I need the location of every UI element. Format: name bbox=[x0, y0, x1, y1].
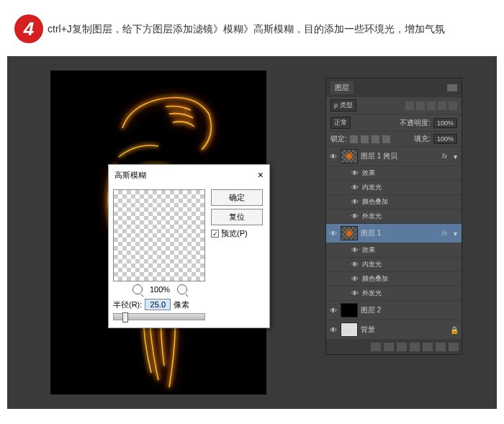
effect-row[interactable]: 👁外发光 bbox=[326, 209, 462, 224]
gaussian-blur-dialog: 高斯模糊 × 100% 半径(R): 像素 bbox=[108, 164, 270, 328]
chevron-down-icon[interactable]: ▾ bbox=[451, 230, 459, 238]
opacity-value[interactable]: 100% bbox=[433, 118, 457, 128]
visibility-icon[interactable]: 👁 bbox=[329, 307, 338, 315]
filter-adjust-icon[interactable] bbox=[416, 102, 425, 110]
effect-row[interactable]: 👁内发光 bbox=[326, 258, 462, 272]
layer-row[interactable]: 👁 背景 🔒 bbox=[326, 320, 462, 340]
lock-label: 锁定: bbox=[330, 134, 347, 144]
visibility-icon[interactable]: 👁 bbox=[329, 230, 338, 238]
layer-thumbnail[interactable] bbox=[341, 226, 358, 240]
filter-icons bbox=[405, 102, 457, 110]
panel-menu-icon[interactable] bbox=[447, 84, 457, 91]
layer-thumbnail[interactable] bbox=[341, 149, 358, 163]
preview-checkbox-label: 预览(P) bbox=[221, 228, 248, 239]
filter-smart-icon[interactable] bbox=[449, 102, 457, 110]
lock-pos-icon[interactable] bbox=[372, 135, 379, 143]
panel-tabs: 图层 bbox=[326, 78, 462, 97]
layer-name[interactable]: 背景 bbox=[361, 325, 447, 335]
blend-mode-select[interactable]: 正常 bbox=[330, 117, 351, 129]
radius-input[interactable] bbox=[145, 299, 171, 310]
effect-row[interactable]: 👁效果 bbox=[326, 166, 462, 181]
layer-row[interactable]: 👁 图层 2 bbox=[326, 301, 462, 320]
dialog-titlebar[interactable]: 高斯模糊 × bbox=[109, 165, 269, 185]
effect-row[interactable]: 👁内发光 bbox=[326, 181, 462, 195]
effect-row[interactable]: 👁效果 bbox=[326, 243, 462, 258]
preview-checkbox[interactable]: ✓ bbox=[211, 230, 219, 238]
fill-label: 填充: bbox=[414, 134, 431, 144]
filter-pixel-icon[interactable] bbox=[405, 102, 414, 110]
adjustment-icon[interactable] bbox=[410, 343, 420, 351]
zoom-level: 100% bbox=[150, 285, 170, 294]
tab-layers[interactable]: 图层 bbox=[330, 81, 354, 94]
link-icon[interactable] bbox=[371, 343, 381, 351]
radius-slider[interactable] bbox=[113, 313, 205, 320]
zoom-in-icon[interactable] bbox=[177, 284, 187, 294]
dialog-title-text: 高斯模糊 bbox=[114, 170, 146, 181]
blur-preview[interactable] bbox=[113, 189, 205, 281]
fx-badge[interactable]: fx bbox=[442, 153, 449, 160]
layer-name[interactable]: 图层 1 拷贝 bbox=[361, 151, 439, 161]
opacity-label: 不透明度: bbox=[400, 118, 431, 128]
layer-thumbnail[interactable] bbox=[341, 322, 358, 337]
layer-thumbnail[interactable] bbox=[341, 303, 358, 317]
radius-label: 半径(R): bbox=[113, 299, 142, 310]
fx-icon[interactable] bbox=[384, 343, 394, 351]
trash-icon[interactable] bbox=[449, 343, 459, 351]
ok-button[interactable]: 确定 bbox=[211, 189, 263, 206]
filter-shape-icon[interactable] bbox=[438, 102, 446, 110]
photoshop-workspace: 高斯模糊 × 100% 半径(R): 像素 bbox=[7, 56, 497, 409]
reset-button[interactable]: 复位 bbox=[211, 209, 263, 225]
radius-unit: 像素 bbox=[174, 299, 189, 310]
effect-row[interactable]: 👁外发光 bbox=[326, 287, 462, 301]
visibility-icon[interactable]: 👁 bbox=[329, 153, 338, 161]
layer-list: 👁 图层 1 拷贝 fx ▾ 👁效果 👁内发光 👁颜色叠加 👁外发光 👁 图层 … bbox=[326, 147, 462, 340]
close-icon[interactable]: × bbox=[258, 169, 264, 181]
layer-name[interactable]: 图层 1 bbox=[361, 228, 439, 238]
lock-all-icon[interactable] bbox=[382, 135, 390, 143]
mask-icon[interactable] bbox=[397, 343, 407, 351]
new-layer-icon[interactable] bbox=[436, 343, 446, 351]
chevron-down-icon[interactable]: ▾ bbox=[451, 153, 459, 161]
panel-footer bbox=[326, 340, 462, 354]
fill-value[interactable]: 100% bbox=[433, 134, 457, 144]
effect-row[interactable]: 👁颜色叠加 bbox=[326, 195, 462, 209]
layers-panel: 图层 ρ 类型 正常 不透明度: 100% 锁定: 填充: 100% bbox=[325, 78, 462, 355]
lock-icon: 🔒 bbox=[450, 326, 459, 334]
step-header: 4 ctrl+J复制图层，给下方图层添加滤镜》模糊》高斯模糊，目的添加一些环境光… bbox=[0, 0, 504, 50]
visibility-icon[interactable]: 👁 bbox=[329, 326, 338, 334]
effect-row[interactable]: 👁颜色叠加 bbox=[326, 272, 462, 287]
group-icon[interactable] bbox=[423, 343, 433, 351]
slider-thumb[interactable] bbox=[122, 312, 128, 322]
fx-badge[interactable]: fx bbox=[442, 230, 449, 237]
zoom-out-icon[interactable] bbox=[132, 284, 143, 294]
layer-row[interactable]: 👁 图层 1 拷贝 fx ▾ bbox=[326, 147, 462, 166]
step-instruction: ctrl+J复制图层，给下方图层添加滤镜》模糊》高斯模糊，目的添加一些环境光，增… bbox=[48, 14, 445, 38]
step-number-badge: 4 bbox=[14, 14, 43, 43]
filter-type-select[interactable]: ρ 类型 bbox=[330, 99, 356, 112]
layer-name[interactable]: 图层 2 bbox=[361, 305, 459, 315]
lock-paint-icon[interactable] bbox=[361, 135, 369, 143]
lock-trans-icon[interactable] bbox=[350, 135, 358, 143]
layer-row[interactable]: 👁 图层 1 fx ▾ bbox=[326, 224, 462, 243]
filter-type-icon[interactable] bbox=[427, 102, 436, 110]
